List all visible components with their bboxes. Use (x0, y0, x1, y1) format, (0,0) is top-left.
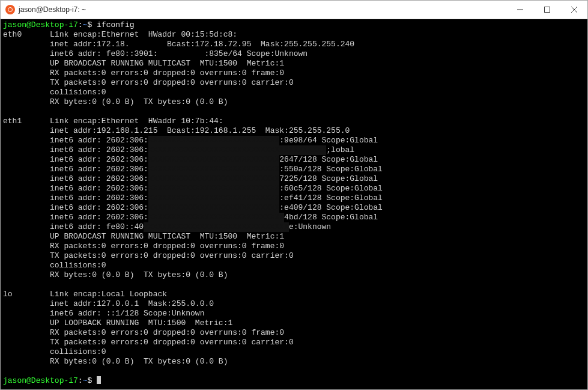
output-line: RX bytes:0 (0.0 B) TX bytes:0 (0.0 B) (50, 97, 228, 106)
output-line: inet6 addr: 2602:306: (50, 213, 148, 222)
iface-lo: lo (3, 290, 13, 299)
output-line: inet6 addr: 2602:306: (50, 136, 148, 145)
prompt-at: @ (26, 20, 31, 29)
output-line: inet6 addr: 2602:306: (50, 193, 148, 203)
output-line: RX bytes:0 (0.0 B) TX bytes:0 (0.0 B) (50, 270, 228, 279)
titlebar[interactable]: jason@Desktop-i7: ~ (1, 1, 587, 19)
output-line: TX packets:0 errors:0 dropped:0 overruns… (50, 78, 294, 87)
output-line: :9e98/64 Scope:Global (279, 136, 378, 145)
prompt-colon: : (78, 376, 83, 385)
output-line: TX packets:0 errors:0 dropped:0 overruns… (50, 251, 294, 260)
output-line: inet6 addr: 2602:306: (50, 145, 148, 154)
output-line: inet addr:127.0.0.1 Mask:255.0.0.0 (50, 299, 214, 308)
prompt-host: Desktop-i7 (31, 376, 78, 385)
output-line: :ef41/128 Scope:Global (279, 193, 383, 203)
terminal-body[interactable]: jason@Desktop-i7:~$ ifconfig eth0 Link e… (1, 19, 587, 389)
maximize-button[interactable] (533, 1, 560, 19)
output-line: collisions:0 (50, 261, 106, 270)
iface-eth0: eth0 (3, 30, 22, 39)
redacted-ipv6: XXXXXXXXXXXXXXXXXXXXXXXXXXXXX (148, 213, 284, 222)
output-line: :60c5/128 Scope:Global (279, 184, 383, 193)
output-line: inet6 addr: 2602:306: (50, 174, 148, 183)
prompt-user: jason (3, 376, 26, 385)
prompt-sep: $ (87, 20, 97, 29)
redacted-ipv6: XXXXXXXXXXXXXXXXXXXXXXXXXXXX (148, 184, 279, 193)
output-line: inet6 addr: 2602:306: (50, 184, 148, 193)
redacted-hwaddr: XXXXX (237, 30, 261, 40)
iface-eth1: eth1 (3, 117, 22, 126)
output-line: UP BROADCAST RUNNING MULTICAST MTU:1500 … (50, 59, 284, 68)
redacted-hwaddr: XXXXXXX (223, 117, 256, 126)
output-line: inet6 addr: 2602:306: (50, 155, 148, 164)
redacted-ipv6: XXXXXXXXXXXXXXXXXXXXXXXXXXXX (148, 174, 279, 184)
svg-rect-1 (544, 7, 550, 13)
output-line: Link encap:Ethernet HWaddr 10:7b:44: (50, 117, 223, 126)
ubuntu-icon (5, 5, 15, 14)
redacted-ipv6: XXXXXXXXXXXXXXXXXXXXXXXXXXXX (148, 155, 279, 165)
close-button[interactable] (560, 1, 587, 19)
output-line: collisions:0 (50, 88, 106, 97)
output-line: inet6 addr: ::1/128 Scope:Unknown (50, 309, 204, 318)
prompt-at: @ (26, 376, 31, 385)
redacted-ipv6: XXXXXXXXXXXXXXXXXXXXXXXXXXXXXXX (144, 222, 289, 232)
output-line: ;lobal (326, 145, 354, 154)
redacted-ipv6: XXXXXXXXXXXXXXXXXXXXXXXXXXXX (148, 136, 279, 145)
prompt-host: Desktop-i7 (31, 20, 78, 29)
output-line: UP LOOPBACK RUNNING MTU:1500 Metric:1 (50, 318, 232, 328)
redacted-ipv6: XXXXXXXXXXXXXXXXXXXXXXXXXXXX (148, 165, 279, 174)
output-line: inet6 addr: 2602:306: (50, 165, 148, 174)
prompt-user: jason (3, 20, 26, 29)
output-line: 2647/128 Scope:Global (279, 155, 378, 164)
output-line: RX packets:0 errors:0 dropped:0 overruns… (50, 242, 284, 251)
output-line: inet6 addr: 2602:306: (50, 203, 148, 212)
output-line: RX bytes:0 (0.0 B) TX bytes:0 (0.0 B) (50, 357, 228, 366)
output-line: collisions:0 (50, 347, 106, 356)
prompt-sep: $ (87, 376, 97, 385)
window-title: jason@Desktop-i7: ~ (19, 5, 86, 14)
output-line: 7225/128 Scope:Global (279, 174, 378, 183)
output-line: inet6 addr: fe80::3901: :835e/64 Scope:U… (50, 49, 308, 58)
output-line: e:Unknown (289, 222, 331, 231)
terminal-window: jason@Desktop-i7: ~ jason@Desktop-i7:~$ … (0, 0, 588, 390)
output-line: RX packets:0 errors:0 dropped:0 overruns… (50, 328, 284, 337)
output-line: RX packets:0 errors:0 dropped:0 overruns… (50, 69, 284, 78)
minimize-button[interactable] (506, 1, 533, 19)
redacted-ipv6: XXXXXXXXXXXXXXXXXXXXXXXXXXXX (148, 193, 279, 203)
redacted-ipv6: XXXXXXXXXXXXXXXXXXXXXXXXXXXX (148, 203, 279, 213)
command-text: ifconfig (97, 20, 134, 29)
output-line: TX packets:0 errors:0 dropped:0 overruns… (50, 338, 294, 347)
prompt-colon: : (78, 20, 83, 29)
output-line: 4bd/128 Scope:Global (284, 213, 378, 222)
output-line: Link encap:Local Loopback (50, 290, 167, 299)
output-line: :550a/128 Scope:Global (279, 165, 383, 174)
output-line: inet6 addr: fe80::40 (50, 222, 144, 231)
cursor (97, 376, 101, 384)
output-line: :e409/128 Scope:Global (279, 203, 383, 212)
output-line: inet addr:172.18. Bcast:172.18.72.95 Mas… (50, 40, 354, 49)
output-line: inet addr:192.168.1.215 Bcast:192.168.1.… (50, 126, 350, 135)
output-line: UP BROADCAST RUNNING MULTICAST MTU:1500 … (50, 232, 284, 241)
output-line: Link encap:Ethernet HWaddr 00:15:5d:c8: (50, 30, 237, 39)
redacted-ipv6: XXXXXXXXXXXXXXXXXXXXXXXXXXXXXXXXXXXXXX (148, 145, 326, 155)
